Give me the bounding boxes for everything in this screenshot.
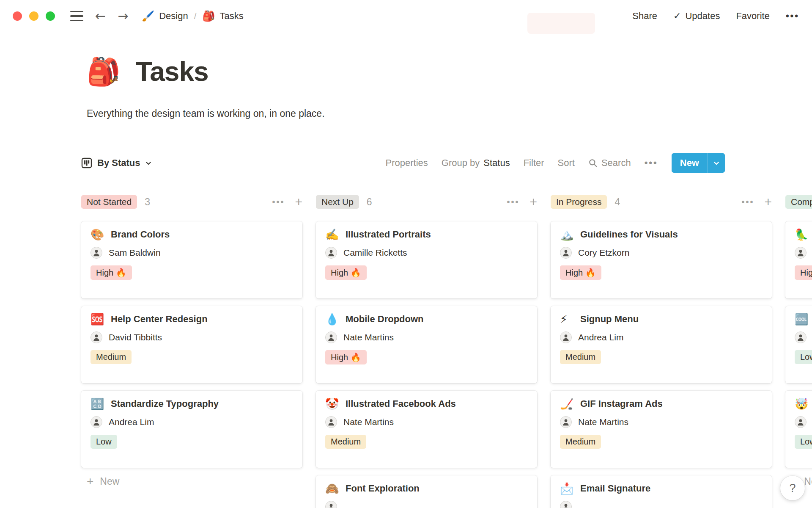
toolbar-actions: Properties Group by Status Filter Sort S…: [386, 153, 725, 173]
column-count: 6: [367, 196, 372, 208]
column-header: Completed ••• +: [785, 193, 812, 211]
avatar: [795, 331, 807, 343]
task-card[interactable]: 🆒 B A Low: [785, 306, 812, 383]
favorite-button[interactable]: Favorite: [736, 11, 769, 22]
task-card[interactable]: 🎨 Brand Colors Sam Baldwin High 🔥: [81, 221, 302, 298]
page-description[interactable]: Everything the design team is working on…: [87, 108, 325, 119]
priority-tag: Medium: [560, 435, 601, 449]
search-icon: [588, 158, 598, 168]
view-selector-label: By Status: [97, 157, 140, 168]
assignee-name: Sam Baldwin: [109, 248, 161, 258]
task-title: Help Center Redesign: [111, 314, 208, 325]
task-card[interactable]: 🏒 GIF Instagram Ads Nate Martins Medium: [551, 391, 772, 468]
sos-icon: 🆘: [91, 314, 104, 325]
column-more-icon[interactable]: •••: [741, 197, 754, 207]
task-card[interactable]: ✍️ Illustrated Portraits Camille Rickett…: [316, 221, 537, 298]
priority-tag: Low: [795, 435, 812, 449]
page-title[interactable]: Tasks: [136, 56, 208, 87]
breadcrumb-item-tasks[interactable]: 🎒 Tasks: [203, 11, 244, 22]
sidebar-toggle-icon[interactable]: [70, 11, 83, 22]
column-more-icon[interactable]: •••: [507, 197, 519, 207]
hockey-stick-icon: 🏒: [560, 398, 573, 409]
avatar: [560, 247, 572, 259]
paintbrush-icon: 🖌️: [142, 11, 154, 21]
page-header: 🎒 Tasks: [87, 56, 208, 87]
fullscreen-window-button[interactable]: [46, 11, 55, 21]
avatar: [91, 416, 102, 428]
column-status-badge[interactable]: Not Started: [81, 195, 137, 209]
add-card-label: New: [804, 476, 812, 487]
add-card-label: New: [100, 476, 119, 487]
more-options-icon[interactable]: •••: [786, 11, 799, 22]
task-card[interactable]: 🤡 Illustrated Facebook Ads Nate Martins …: [316, 391, 537, 468]
search-button[interactable]: Search: [588, 157, 631, 168]
task-title: Illustrated Facebook Ads: [346, 398, 456, 409]
view-selector[interactable]: By Status: [81, 157, 152, 168]
priority-tag: Medium: [560, 350, 601, 364]
view-toolbar: By Status Properties Group by Status Fil…: [81, 153, 725, 173]
column-more-icon[interactable]: •••: [272, 197, 285, 207]
toolbar-divider: [81, 181, 812, 181]
share-button[interactable]: Share: [632, 11, 657, 22]
search-label: Search: [601, 157, 631, 168]
assignee-name: Nate Martins: [343, 332, 394, 342]
column-status-badge[interactable]: In Progress: [551, 195, 607, 209]
assignee-name: Nate Martins: [578, 417, 628, 427]
breadcrumb-item-design[interactable]: 🖌️ Design: [142, 11, 188, 22]
back-icon[interactable]: ←: [95, 10, 106, 22]
assignee-name: Camille Ricketts: [343, 248, 407, 258]
task-card[interactable]: 🆘 Help Center Redesign David Tibbitts Me…: [81, 306, 302, 383]
close-window-button[interactable]: [13, 11, 22, 21]
priority-tag: High 🔥: [795, 265, 812, 280]
view-more-icon[interactable]: •••: [645, 157, 658, 168]
task-card[interactable]: 📩 Email Signature: [551, 475, 772, 508]
add-card-button[interactable]: + New: [81, 475, 302, 487]
task-title: Mobile Dropdown: [346, 314, 424, 325]
priority-tag: Low: [795, 350, 812, 364]
task-card[interactable]: 🤯 H N Low: [785, 391, 812, 468]
avatar: [325, 247, 337, 259]
new-button[interactable]: New: [672, 153, 725, 173]
column-status-badge[interactable]: Next Up: [316, 195, 359, 209]
board-view-icon: [81, 157, 92, 168]
window-controls: [13, 11, 55, 21]
board-column-completed: Completed ••• + 🦜 U C High 🔥 🆒 B: [785, 193, 812, 508]
minimize-window-button[interactable]: [29, 11, 38, 21]
task-card[interactable]: 🔠 Standardize Typography Andrea Lim Low: [81, 391, 302, 468]
column-header: Next Up 6 ••• +: [316, 193, 537, 211]
column-add-icon[interactable]: +: [529, 196, 537, 208]
priority-tag: High 🔥: [91, 265, 132, 280]
avatar: [795, 416, 807, 428]
avatar: [325, 331, 337, 343]
assignee-name: Andrea Lim: [109, 417, 154, 427]
task-card[interactable]: 🦜 U C High 🔥: [785, 221, 812, 298]
group-by-button[interactable]: Group by Status: [442, 157, 510, 168]
column-add-icon[interactable]: +: [295, 196, 302, 208]
window-topbar: ← → 🖌️ Design / 🎒 Tasks Share ✓ Updates …: [0, 0, 812, 32]
column-header: Not Started 3 ••• +: [81, 193, 302, 211]
task-title: Font Exploration: [346, 483, 420, 494]
properties-button[interactable]: Properties: [386, 157, 428, 168]
group-by-value: Status: [483, 157, 510, 168]
task-card[interactable]: 🙈 Font Exploration: [316, 475, 537, 508]
filter-button[interactable]: Filter: [524, 157, 544, 168]
sort-button[interactable]: Sort: [558, 157, 575, 168]
column-add-icon[interactable]: +: [764, 196, 772, 208]
task-card[interactable]: 🏔️ Guidelines for Visuals Cory Etzkorn H…: [551, 221, 772, 298]
board-column-in-progress: In Progress 4 ••• + 🏔️ Guidelines for Vi…: [551, 193, 772, 508]
task-card[interactable]: 💧 Mobile Dropdown Nate Martins High 🔥: [316, 306, 537, 383]
new-dropdown-button[interactable]: [708, 153, 725, 173]
avatar: [325, 416, 337, 428]
breadcrumb-label: Tasks: [220, 11, 244, 22]
task-title: Signup Menu: [580, 314, 639, 325]
column-count: 4: [614, 196, 620, 208]
column-status-badge[interactable]: Completed: [785, 195, 812, 209]
page-backpack-icon[interactable]: 🎒: [87, 58, 121, 85]
updates-button[interactable]: ✓ Updates: [673, 11, 720, 22]
help-button[interactable]: ?: [780, 476, 805, 500]
task-card[interactable]: ⚡ Signup Menu Andrea Lim Medium: [551, 306, 772, 383]
avatar: [560, 416, 572, 428]
exploding-head-icon: 🤯: [795, 398, 808, 409]
forward-icon[interactable]: →: [118, 10, 128, 22]
breadcrumb: 🖌️ Design / 🎒 Tasks: [142, 11, 243, 22]
